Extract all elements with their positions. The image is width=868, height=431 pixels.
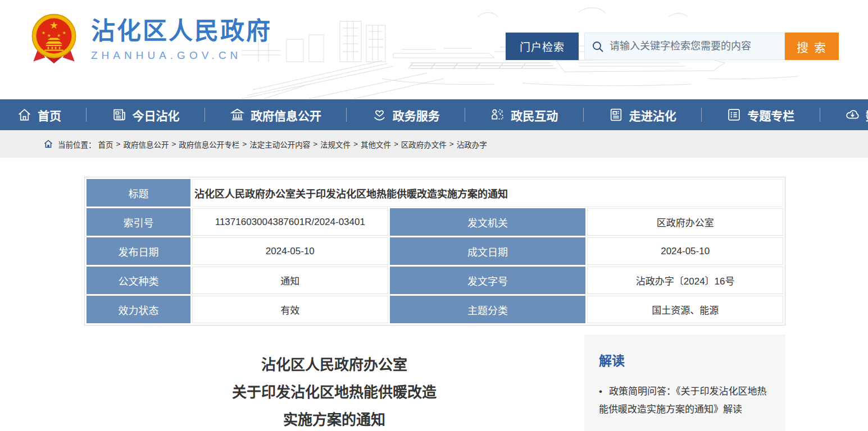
nav-item-public-interaction[interactable]: 政民互动 [490, 107, 558, 123]
site-logo[interactable]: ★ ★ ★ ★ ★ 沾化区人民政府 ZHANHUA.GOV.CN [29, 12, 272, 67]
search-icon [592, 40, 604, 53]
breadcrumb-item-statutory-content[interactable]: 法定主动公开内容 [249, 139, 310, 150]
nav-divider [701, 108, 702, 122]
breadcrumb-separator: > [171, 140, 176, 148]
meta-label-topic-category: 主题分类 [390, 296, 586, 323]
breadcrumb-item-regulations[interactable]: 法规文件 [320, 139, 351, 150]
nav-divider [86, 108, 87, 122]
nav-item-enter-zhanhua[interactable]: 走进沾化 [608, 107, 676, 123]
meta-label-written-date: 成文日期 [390, 237, 586, 265]
breadcrumb-separator: > [449, 140, 454, 148]
nav-item-special-columns[interactable]: 专题专栏 [726, 107, 794, 123]
bullet-marker: • [599, 386, 602, 397]
table-row: 效力状态 有效 主题分类 国土资源、能源 [87, 296, 783, 323]
meta-label-publish-date: 发布日期 [87, 237, 190, 265]
interpretation-list: •政策简明问答：《关于印发沾化区地热能供暖改造实施方案的通知》解读 [599, 383, 771, 419]
table-row: 标题 沾化区人民政府办公室关于印发沾化区地热能供暖改造实施方案的通知 [87, 179, 783, 207]
nav-item-home[interactable]: 首页 [17, 107, 61, 123]
breadcrumb-separator: > [313, 140, 317, 148]
nav-label: 首页 [38, 107, 61, 123]
nav-label: 政府信息公开 [251, 107, 321, 123]
nav-label: 政务服务 [393, 107, 440, 123]
breadcrumb-prefix: 当前位置： [58, 139, 96, 150]
article-title: 沾化区人民政府办公室 关于印发沾化区地热能供暖改造 实施方案的通知 [84, 334, 584, 431]
nav-item-gov-info-disclosure[interactable]: 政府信息公开 [230, 107, 321, 123]
svg-text:★: ★ [47, 33, 51, 38]
table-row: 公文种类 通知 发文字号 沾政办字〔2024〕16号 [87, 267, 783, 294]
svg-text:★: ★ [57, 33, 61, 38]
meta-value-written-date: 2024-05-10 [587, 237, 783, 265]
breadcrumb-item-district-office-files[interactable]: 区政府办文件 [401, 139, 447, 150]
search-input[interactable] [610, 40, 778, 52]
list-icon [726, 107, 742, 122]
site-title-block: 沾化区人民政府 ZHANHUA.GOV.CN [91, 18, 272, 61]
svg-text:★: ★ [49, 20, 58, 31]
nav-divider [346, 108, 347, 122]
nav-label: 专题专栏 [747, 107, 794, 123]
breadcrumb-home-icon [44, 140, 53, 148]
main-content: 标题 沾化区人民政府办公室关于印发沾化区地热能供暖改造实施方案的通知 索引号 1… [0, 177, 868, 431]
interpretation-link[interactable]: •政策简明问答：《关于印发沾化区地热能供暖改造实施方案的通知》解读 [599, 383, 771, 419]
table-row: 索引号 11371603004387601R/2024-03401 发文机关 区… [87, 208, 783, 236]
meta-value-index-number: 11371603004387601R/2024-03401 [192, 208, 388, 236]
nav-label: 数据开放 [866, 107, 868, 123]
article-title-line1: 沾化区人民政府办公室 [261, 356, 407, 373]
breadcrumb-item-gov-info-column[interactable]: 政府信息公开专栏 [179, 139, 239, 150]
nav-divider [204, 108, 205, 122]
site-domain: ZHANHUA.GOV.CN [91, 49, 272, 62]
search-button[interactable]: 搜 索 [785, 33, 839, 60]
interpretation-link-text: 政策简明问答：《关于印发沾化区地热能供暖改造实施方案的通知》解读 [599, 386, 766, 415]
site-header: ★ ★ ★ ★ ★ 沾化区人民政府 ZHANHUA.GOV.CN 门户检索 搜 … [0, 0, 868, 99]
nav-item-today-zhanhua[interactable]: 今日沾化 [112, 107, 180, 123]
article-title-line3: 实施方案的通知 [283, 411, 385, 428]
table-row: 发布日期 2024-05-10 成文日期 2024-05-10 [87, 237, 783, 265]
interpretation-panel: 解读 •政策简明问答：《关于印发沾化区地热能供暖改造实施方案的通知》解读 [584, 334, 785, 431]
cloud-download-icon [845, 107, 860, 122]
meta-label-document-number: 发文字号 [390, 267, 586, 294]
interpretation-heading: 解读 [599, 350, 771, 369]
nav-label: 政民互动 [511, 107, 558, 123]
breadcrumb-separator: > [353, 140, 358, 148]
search-box [584, 33, 785, 60]
service-hands-icon [372, 107, 387, 122]
nav-item-gov-services[interactable]: 政务服务 [372, 107, 440, 123]
home-icon [17, 107, 32, 122]
breadcrumb-item-home[interactable]: 首页 [98, 139, 113, 150]
nav-label: 走进沾化 [629, 107, 676, 123]
svg-text:★: ★ [42, 30, 46, 35]
meta-value-publish-date: 2024-05-10 [192, 237, 388, 265]
nav-label: 今日沾化 [133, 107, 180, 123]
meta-label-issuing-agency: 发文机关 [390, 208, 586, 236]
breadcrumb-separator: > [394, 140, 398, 148]
meta-label-validity-status: 效力状态 [87, 296, 190, 323]
breadcrumb-separator: > [242, 140, 247, 148]
meta-label-title: 标题 [87, 179, 190, 207]
chat-interaction-icon [490, 107, 505, 122]
breadcrumb-item-gov-info[interactable]: 政府信息公开 [123, 139, 169, 150]
nav-divider [583, 108, 584, 122]
meta-value-issuing-agency: 区政府办公室 [587, 208, 783, 236]
nav-divider [465, 108, 465, 122]
article-title-line2: 关于印发沾化区地热能供暖改造 [232, 384, 437, 401]
national-emblem-icon: ★ ★ ★ ★ ★ [29, 12, 79, 67]
breadcrumb-separator: > [116, 140, 121, 148]
meta-value-document-number: 沾政办字〔2024〕16号 [587, 267, 783, 294]
meta-value-topic-category: 国土资源、能源 [587, 296, 783, 323]
meta-value-document-type: 通知 [192, 267, 388, 294]
meta-label-document-type: 公文种类 [87, 267, 190, 294]
breadcrumb-item-zhanzhengbanzi[interactable]: 沾政办字 [457, 139, 487, 150]
portal-search-button[interactable]: 门户检索 [506, 33, 579, 60]
svg-text:★: ★ [62, 30, 66, 35]
nav-item-open-data[interactable]: 数据开放 [845, 107, 868, 123]
meta-label-index-number: 索引号 [87, 208, 190, 236]
document-meta-table: 标题 沾化区人民政府办公室关于印发沾化区地热能供暖改造实施方案的通知 索引号 1… [84, 177, 785, 325]
breadcrumb-item-other-files[interactable]: 其他文件 [361, 139, 391, 150]
nav-divider [820, 108, 820, 122]
document-icon [608, 107, 624, 122]
search-block: 门户检索 搜 索 [506, 33, 839, 60]
newspaper-icon [112, 107, 127, 122]
government-building-icon [230, 107, 245, 122]
meta-value-title: 沾化区人民政府办公室关于印发沾化区地热能供暖改造实施方案的通知 [192, 179, 783, 207]
breadcrumb: 当前位置： 首页 > 政府信息公开 > 政府信息公开专栏 > 法定主动公开内容 … [0, 130, 868, 158]
main-nav: 首页 今日沾化 政府信息公开 政务服务 [0, 99, 868, 130]
